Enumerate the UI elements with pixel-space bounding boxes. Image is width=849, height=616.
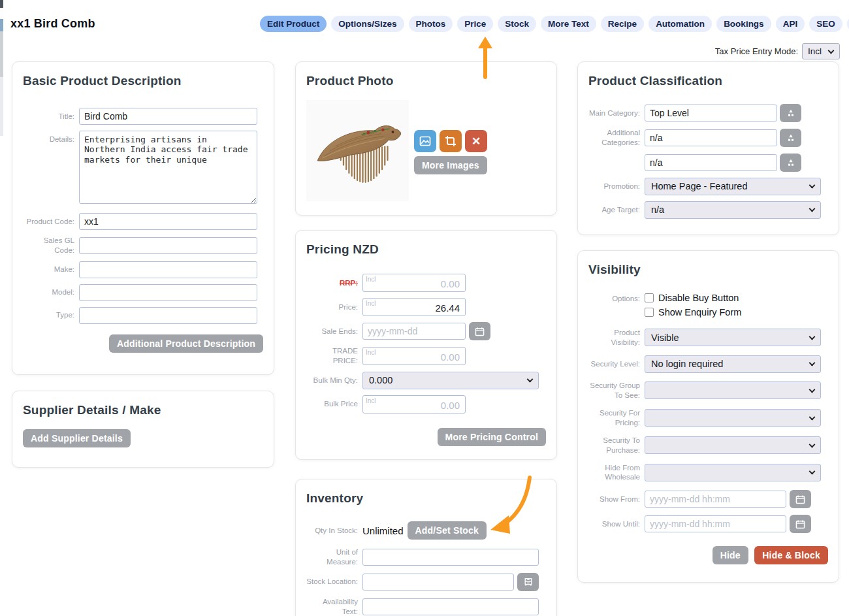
visibility-title: Visibility <box>588 263 828 277</box>
category-tree-icon <box>786 158 795 167</box>
main-category-label: Main Category: <box>588 108 645 118</box>
supplier-title: Supplier Details / Make <box>23 403 263 417</box>
security-group-to-see-select[interactable] <box>645 381 821 399</box>
details-textarea[interactable]: Enterprising artisans in Northern India … <box>79 131 257 204</box>
chevron-down-icon <box>809 206 816 212</box>
add-supplier-details-button[interactable]: Add Supplier Details <box>23 429 131 447</box>
tab-automation[interactable]: Automation <box>649 16 712 32</box>
tab-photos[interactable]: Photos <box>409 16 453 32</box>
additional-category-tree-button-1[interactable] <box>780 129 801 147</box>
page-title: xx1 Bird Comb <box>10 17 95 31</box>
trade-price-input[interactable]: Incl 0.00 <box>362 347 466 365</box>
security-level-select[interactable]: No login required <box>645 355 821 373</box>
product-photo-image <box>306 100 409 201</box>
show-from-calendar-button[interactable] <box>790 490 811 508</box>
show-enquiry-form-checkbox[interactable] <box>645 308 654 317</box>
calendar-icon <box>795 494 805 504</box>
pricing-card: Pricing NZD RRP: Incl 0.00 Price: Incl 2… <box>295 230 557 460</box>
tab-api[interactable]: API <box>776 16 805 32</box>
more-images-button[interactable]: More Images <box>414 156 487 174</box>
model-input[interactable] <box>79 284 257 301</box>
rrp-input[interactable]: Incl 0.00 <box>362 274 466 292</box>
disable-buy-button-label: Disable Buy Button <box>658 293 739 303</box>
product-visibility-select[interactable]: Visible <box>645 329 821 346</box>
more-pricing-control-button[interactable]: More Pricing Control <box>438 428 546 446</box>
tab-bookings[interactable]: Bookings <box>716 16 771 32</box>
tab-edit-product[interactable]: Edit Product <box>260 16 327 32</box>
price-input[interactable]: Incl 26.44 <box>362 298 466 316</box>
hide-from-wholesale-label: Hide From Wholesale <box>588 463 645 483</box>
product-code-input[interactable] <box>79 213 257 230</box>
tab-price[interactable]: Price <box>457 16 493 32</box>
availability-text-label: Availability Text: <box>306 597 362 616</box>
age-target-label: Age Target: <box>588 205 645 215</box>
tax-entry-mode-select[interactable]: Incl <box>802 43 840 59</box>
security-level-value: No login required <box>651 359 723 369</box>
bulk-price-label: Bulk Price <box>306 399 362 409</box>
shelf-icon <box>524 577 533 587</box>
basic-description-title: Basic Product Description <box>23 74 263 88</box>
stock-location-input[interactable] <box>362 574 514 591</box>
tab-options-sizes[interactable]: Options/Sizes <box>331 16 404 32</box>
sale-ends-input[interactable] <box>362 323 466 340</box>
sales-gl-code-input[interactable] <box>79 237 257 254</box>
product-visibility-value: Visible <box>651 332 679 343</box>
change-image-button[interactable] <box>414 130 436 152</box>
classification-title: Product Classification <box>588 74 828 88</box>
additional-category-tree-button-2[interactable] <box>780 154 801 172</box>
bulk-price-value: 0.00 <box>441 400 460 411</box>
make-input[interactable] <box>79 261 257 278</box>
crop-image-button[interactable] <box>440 130 462 152</box>
chevron-down-icon <box>527 376 534 383</box>
show-from-label: Show From: <box>588 494 645 504</box>
visibility-card: Visibility Options: Disable Buy Button S… <box>577 250 839 583</box>
security-for-pricing-select[interactable] <box>645 409 821 427</box>
show-until-input[interactable] <box>645 515 786 532</box>
additional-category-input-2[interactable] <box>645 154 777 171</box>
tab-recipe[interactable]: Recipe <box>601 16 644 32</box>
promotion-select[interactable]: Home Page - Featured <box>645 178 821 195</box>
sale-ends-label: Sale Ends: <box>306 327 362 336</box>
security-group-to-see-label: Security Group To See: <box>588 381 645 400</box>
delete-image-button[interactable]: ✕ <box>465 130 487 152</box>
tab-seo[interactable]: SEO <box>809 16 842 32</box>
tab-stock[interactable]: Stock <box>498 16 536 32</box>
calendar-icon <box>475 327 485 336</box>
promotion-value: Home Page - Featured <box>651 181 748 191</box>
hide-and-block-button[interactable]: Hide & Block <box>754 546 828 564</box>
stock-location-label: Stock Location: <box>306 577 362 587</box>
left-edge-cutoff <box>0 0 3 137</box>
disable-buy-button-checkbox[interactable] <box>645 293 654 302</box>
hide-from-wholesale-select[interactable] <box>645 464 821 481</box>
inventory-card: Inventory Qty In Stock: Unlimited Add/Se… <box>295 479 557 616</box>
title-label: Title: <box>23 112 79 122</box>
type-input[interactable] <box>79 307 257 324</box>
age-target-select[interactable]: n/a <box>645 201 821 219</box>
product-tab-bar: Edit Product Options/Sizes Photos Price … <box>260 16 841 32</box>
chevron-down-icon <box>809 413 816 420</box>
chevron-down-icon <box>828 47 835 54</box>
security-to-purchase-select[interactable] <box>645 436 821 454</box>
unit-of-measure-input[interactable] <box>362 549 539 566</box>
calendar-icon <box>795 519 805 529</box>
incl-tag: Incl <box>366 276 376 283</box>
main-category-input[interactable] <box>645 105 777 122</box>
title-input[interactable] <box>79 108 257 125</box>
show-from-input[interactable] <box>645 491 786 508</box>
availability-text-input[interactable] <box>362 598 539 615</box>
main-category-tree-button[interactable] <box>780 104 801 122</box>
show-until-calendar-button[interactable] <box>790 515 811 533</box>
additional-category-input-1[interactable] <box>645 129 777 146</box>
bulk-min-qty-select[interactable]: 0.000 <box>362 372 539 389</box>
sale-ends-calendar-button[interactable] <box>469 322 490 340</box>
inventory-title: Inventory <box>306 491 546 506</box>
tab-more-text[interactable]: More Text <box>541 16 596 32</box>
unit-of-measure-label: Unit of Measure: <box>306 547 362 567</box>
add-set-stock-button[interactable]: Add/Set Stock <box>408 521 487 540</box>
bulk-min-qty-value: 0.000 <box>369 375 392 385</box>
hide-button[interactable]: Hide <box>713 546 748 564</box>
bulk-price-input[interactable]: Incl 0.00 <box>362 395 466 413</box>
stock-location-lookup-button[interactable] <box>517 573 539 591</box>
additional-product-description-button[interactable]: Additional Product Description <box>109 334 263 353</box>
sales-gl-code-label: Sales GL Code: <box>23 236 79 255</box>
